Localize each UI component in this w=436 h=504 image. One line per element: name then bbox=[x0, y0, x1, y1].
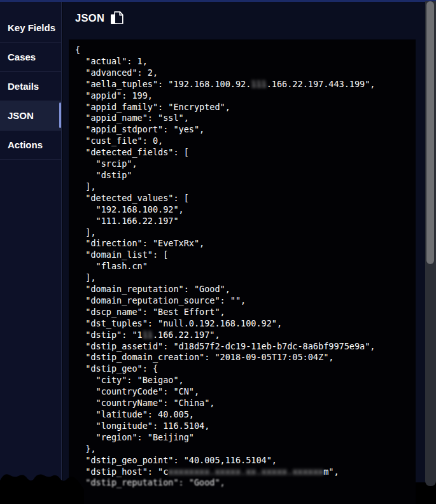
redacted-text: xxxxxxxx.xxxxx.xx.xxxxx.xxxxxx bbox=[168, 466, 323, 477]
code-line: "appid_stdport": "yes", bbox=[75, 124, 409, 136]
code-line: "flash.cn" bbox=[75, 261, 409, 272]
code-line: "detected_values": [ bbox=[75, 193, 409, 204]
code-line: "dstip": "111.166.22.197", bbox=[75, 330, 409, 341]
sidebar-item-label: Actions bbox=[8, 139, 43, 150]
code-line: "advanced": 2, bbox=[75, 67, 409, 79]
code-line: "cust_file": 0, bbox=[75, 136, 409, 147]
code-line: "actual": 1, bbox=[75, 56, 409, 67]
sidebar-item-label: Cases bbox=[8, 52, 36, 62]
code-line: "dstip_assetid": "d18d57f2-dc19-11eb-b7d… bbox=[75, 341, 409, 353]
code-block[interactable]: { "actual": 1, "advanced": 2, "aella_tup… bbox=[69, 39, 416, 504]
panel-header: JSON bbox=[75, 9, 123, 27]
code-line: "dst_tuples": "null.0.192.168.100.92", bbox=[75, 318, 409, 330]
sidebar-item-label: Details bbox=[8, 81, 39, 92]
code-line: { bbox=[75, 45, 409, 56]
code-line: "192.168.100.92", bbox=[75, 204, 409, 216]
event-detail-window: Key FieldsCasesDetailsJSONActions JSON {… bbox=[0, 0, 436, 504]
scrollbar-track[interactable] bbox=[425, 1, 436, 486]
code-line: "countryName": "China", bbox=[75, 398, 409, 409]
code-line: "aella_tuples": "192.168.100.92.111.166.… bbox=[75, 79, 409, 90]
sidebar-item-actions[interactable]: Actions bbox=[0, 130, 61, 160]
code-line: "srcip", bbox=[75, 158, 409, 170]
code-line: }, bbox=[75, 444, 409, 455]
code-line: ], bbox=[75, 227, 409, 239]
code-line: "domain_reputation_source": "", bbox=[75, 295, 409, 307]
code-line: "appid_name": "ssl", bbox=[75, 113, 409, 124]
code-line: "city": "Beigao", bbox=[75, 375, 409, 386]
code-line: "dstip_reputation": "Good", bbox=[75, 477, 409, 489]
code-line: "longitude": 116.5104, bbox=[75, 421, 409, 432]
code-line: "dstip_geo_point": "40.005,116.5104", bbox=[75, 455, 409, 466]
code-line: "dstip_domain_creation": "2018-09-05T17:… bbox=[75, 352, 409, 363]
redacted-text: 111 bbox=[251, 79, 266, 89]
copy-icon[interactable] bbox=[110, 11, 123, 25]
page-title: JSON bbox=[75, 12, 104, 24]
sidebar-item-details[interactable]: Details bbox=[0, 72, 61, 101]
code-line: ], bbox=[75, 181, 409, 193]
code-line: "dstip_geo": { bbox=[75, 363, 409, 375]
code-line: "domain_reputation": "Good", bbox=[75, 284, 409, 295]
code-line: ], bbox=[75, 272, 409, 284]
code-line: "dstip" bbox=[75, 170, 409, 181]
code-line: "latitude": 40.005, bbox=[75, 409, 409, 421]
code-line: "direction": "EveTxRx", bbox=[75, 238, 409, 249]
sidebar-item-json[interactable]: JSON bbox=[0, 101, 61, 130]
selected-item-indicator bbox=[59, 102, 61, 128]
scrollbar-thumb[interactable] bbox=[426, 1, 434, 264]
sidebar-item-label: Key Fields bbox=[8, 22, 55, 33]
code-line: "appid_family": "Encrypted", bbox=[75, 102, 409, 113]
sidebar-item-cases[interactable]: Cases bbox=[0, 43, 61, 72]
code-content: { "actual": 1, "advanced": 2, "aella_tup… bbox=[75, 45, 409, 489]
code-line: "region": "Beijing" bbox=[75, 432, 409, 444]
code-line: "domain_list": [ bbox=[75, 249, 409, 261]
redacted-text: 11 bbox=[143, 330, 153, 340]
code-line: "appid": 199, bbox=[75, 90, 409, 102]
sidebar-item-key-fields[interactable]: Key Fields bbox=[0, 13, 61, 43]
code-line: "detected_fields": [ bbox=[75, 147, 409, 158]
sidebar-item-label: JSON bbox=[8, 110, 34, 121]
sidebar: Key FieldsCasesDetailsJSONActions bbox=[0, 2, 62, 481]
code-line: "dscp_name": "Best Effort", bbox=[75, 307, 409, 318]
code-line: "111.166.22.197" bbox=[75, 216, 409, 227]
code-line: "countryCode": "CN", bbox=[75, 386, 409, 398]
code-line: "dstip_host": "cxxxxxxxx.xxxxx.xx.xxxxx.… bbox=[75, 466, 409, 478]
